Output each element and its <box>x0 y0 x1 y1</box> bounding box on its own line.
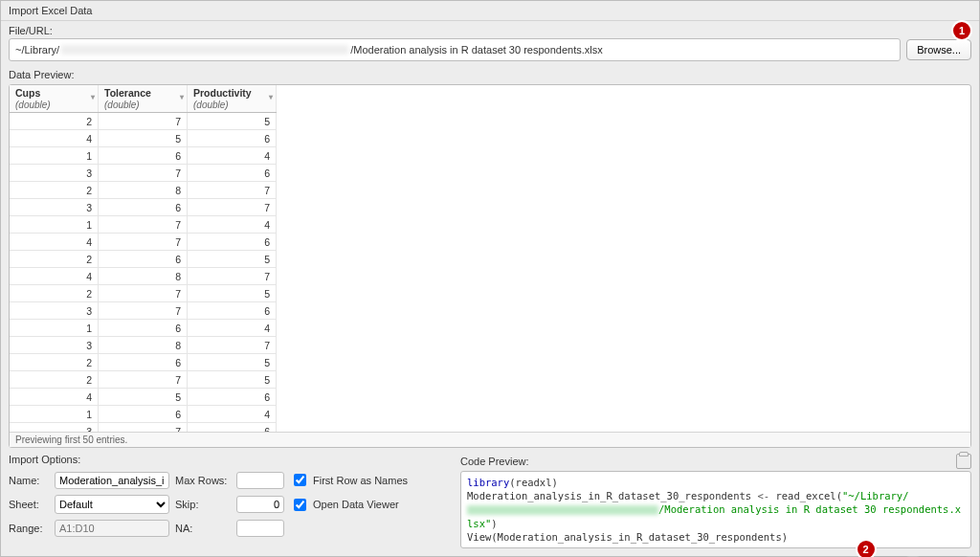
column-header[interactable]: Cups(double)▾ <box>10 85 99 113</box>
file-url-input[interactable]: ~/Library/ /Moderation analysis in R dat… <box>9 38 901 61</box>
range-input[interactable] <box>55 520 169 537</box>
table-row: 164 <box>10 147 277 165</box>
sheet-select[interactable]: Default <box>55 495 169 514</box>
table-cell: 3 <box>10 199 99 216</box>
table-cell: 5 <box>99 130 188 147</box>
table-cell: 5 <box>188 113 277 130</box>
table-cell: 4 <box>188 320 277 337</box>
table-cell: 6 <box>188 130 277 147</box>
table-row: 174 <box>10 216 277 234</box>
table-row: 287 <box>10 182 277 199</box>
table-cell: 8 <box>99 182 188 199</box>
column-header[interactable]: Productivity(double)▾ <box>188 85 277 113</box>
code-preview-panel: Code Preview: library(readxl) Moderation… <box>460 454 971 548</box>
name-label: Name: <box>9 475 49 486</box>
name-input[interactable] <box>55 472 169 489</box>
file-url-section: File/URL: ~/Library/ /Moderation analysi… <box>1 21 979 65</box>
table-cell: 8 <box>99 337 188 354</box>
table-cell: 6 <box>188 389 277 406</box>
table-cell: 2 <box>10 354 99 371</box>
table-row: 456 <box>10 130 277 147</box>
code-preview-label: Code Preview: <box>460 456 529 467</box>
code-preview-text[interactable]: library(readxl) Moderation_analysis_in_R… <box>460 471 971 548</box>
table-cell: 6 <box>188 234 277 251</box>
maxrows-input[interactable] <box>236 472 284 489</box>
table-cell: 3 <box>10 337 99 354</box>
table-row: 376 <box>10 165 277 182</box>
table-row: 487 <box>10 268 277 285</box>
table-cell: 4 <box>188 147 277 165</box>
table-row: 164 <box>10 320 277 337</box>
table-cell: 7 <box>99 285 188 302</box>
table-row: 265 <box>10 251 277 268</box>
table-cell: 1 <box>10 320 99 337</box>
maxrows-label: Max Rows: <box>175 475 231 486</box>
table-cell: 7 <box>99 165 188 182</box>
file-url-label: File/URL: <box>9 25 971 36</box>
copy-code-icon[interactable] <box>956 454 971 469</box>
table-row: 376 <box>10 423 277 433</box>
na-input[interactable] <box>236 520 284 537</box>
table-cell: 2 <box>10 285 99 302</box>
table-cell: 4 <box>10 234 99 251</box>
table-row: 275 <box>10 113 277 130</box>
first-row-checkbox[interactable] <box>294 474 306 486</box>
annotation-badge-1: 1 <box>953 22 970 39</box>
range-label: Range: <box>9 523 49 534</box>
table-row: 476 <box>10 234 277 251</box>
table-cell: 4 <box>188 216 277 234</box>
table-cell: 4 <box>188 406 277 423</box>
table-cell: 2 <box>10 182 99 199</box>
skip-input[interactable] <box>236 496 284 513</box>
table-cell: 7 <box>188 268 277 285</box>
first-row-label: First Row as Names <box>313 475 408 486</box>
table-cell: 3 <box>10 423 99 433</box>
column-header[interactable]: Tolerance(double)▾ <box>99 85 188 113</box>
data-preview-table: Cups(double)▾Tolerance(double)▾Productiv… <box>10 85 277 432</box>
table-cell: 6 <box>188 423 277 433</box>
data-preview-scroll[interactable]: Cups(double)▾Tolerance(double)▾Productiv… <box>10 85 970 432</box>
table-cell: 6 <box>99 320 188 337</box>
import-options-label: Import Options: <box>9 454 449 465</box>
na-label: NA: <box>175 523 231 534</box>
table-row: 164 <box>10 406 277 423</box>
file-path-redacted <box>61 45 348 55</box>
table-cell: 5 <box>188 371 277 389</box>
table-cell: 5 <box>188 251 277 268</box>
table-cell: 8 <box>99 268 188 285</box>
table-cell: 7 <box>188 182 277 199</box>
table-cell: 4 <box>10 389 99 406</box>
table-cell: 6 <box>99 354 188 371</box>
table-cell: 1 <box>10 147 99 165</box>
data-preview-label: Data Preview: <box>9 69 971 80</box>
browse-button[interactable]: Browse... <box>906 39 971 60</box>
data-preview-panel: Cups(double)▾Tolerance(double)▾Productiv… <box>9 84 971 448</box>
table-cell: 2 <box>10 113 99 130</box>
table-row: 387 <box>10 337 277 354</box>
file-path-suffix: /Moderation analysis in R dataset 30 res… <box>350 44 603 56</box>
table-row: 275 <box>10 285 277 302</box>
footer: ? Reading Excel files using readxl 2 Imp… <box>1 552 979 557</box>
open-viewer-label: Open Data Viewer <box>313 499 399 510</box>
table-cell: 3 <box>10 165 99 182</box>
table-cell: 5 <box>99 389 188 406</box>
preview-status-text: Previewing first 50 entries. <box>10 432 970 447</box>
table-row: 265 <box>10 354 277 371</box>
table-cell: 6 <box>99 147 188 165</box>
table-cell: 6 <box>188 165 277 182</box>
file-path-prefix: ~/Library/ <box>15 44 59 56</box>
import-options-panel: Import Options: Name: Max Rows: First Ro… <box>9 454 449 548</box>
table-cell: 2 <box>10 251 99 268</box>
table-row: 456 <box>10 389 277 406</box>
table-row: 275 <box>10 371 277 389</box>
table-cell: 6 <box>99 251 188 268</box>
skip-label: Skip: <box>175 499 231 510</box>
open-viewer-checkbox[interactable] <box>294 499 306 511</box>
table-cell: 7 <box>99 423 188 433</box>
table-cell: 2 <box>10 371 99 389</box>
table-cell: 7 <box>99 234 188 251</box>
table-row: 367 <box>10 199 277 216</box>
table-cell: 1 <box>10 216 99 234</box>
window-title: Import Excel Data <box>1 1 979 21</box>
table-cell: 7 <box>99 302 188 320</box>
